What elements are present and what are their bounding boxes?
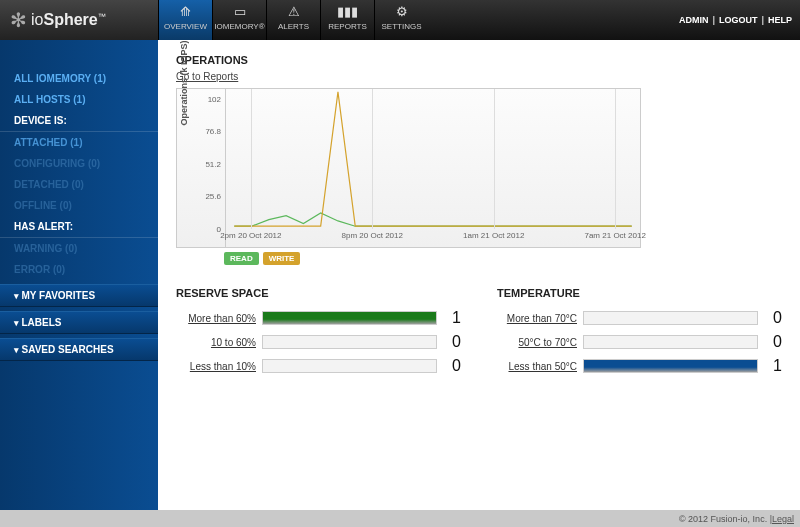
temperature-row: Less than 50°C1 (497, 355, 782, 377)
brand-text: ioSphere™ (31, 11, 106, 29)
xtick: 1am 21 Oct 2012 (463, 231, 524, 240)
chart-plot: 2pm 20 Oct 20128pm 20 Oct 20121am 21 Oct… (225, 89, 640, 247)
sidebar-all-hosts-1[interactable]: ALL HOSTS (1) (0, 89, 158, 110)
temperature-row: 50°C to 70°C0 (497, 331, 782, 353)
sidebar-device-is: DEVICE IS: (0, 110, 158, 132)
tab-reports[interactable]: ▮▮▮REPORTS (320, 0, 374, 40)
temperature-count: 0 (764, 309, 782, 327)
xtick: 7am 21 Oct 2012 (584, 231, 645, 240)
sidebar-error-0[interactable]: ERROR (0) (0, 259, 158, 280)
ytick: 25.6 (205, 192, 221, 201)
series-read (234, 213, 631, 226)
tab-alerts[interactable]: ⚠ALERTS (266, 0, 320, 40)
top-links: ADMIN|LOGOUT|HELP (679, 0, 800, 40)
tab-iomemory[interactable]: ▭IOMEMORY® (212, 0, 266, 40)
temperature-count: 1 (764, 357, 782, 375)
sidebar-all-iomemory-1[interactable]: ALL IOMEMORY (1) (0, 68, 158, 89)
sidebar-has-alert: HAS ALERT: (0, 216, 158, 238)
sidebar-warning-0[interactable]: WARNING (0) (0, 238, 158, 259)
sidebar-labels[interactable]: LABELS (0, 311, 158, 334)
reserve-label[interactable]: 10 to 60% (176, 337, 256, 348)
brand-glyph-icon: ✻ (10, 8, 27, 32)
sidebar-detached-0[interactable]: DETACHED (0) (0, 174, 158, 195)
footer-copyright: © 2012 Fusion-io, Inc. | (679, 514, 772, 524)
sidebar-attached-1[interactable]: ATTACHED (1) (0, 132, 158, 153)
alert-icon: ⚠ (288, 4, 300, 19)
bars-icon: ▮▮▮ (337, 4, 358, 19)
reserve-count: 1 (443, 309, 461, 327)
sidebar-my-favorites[interactable]: MY FAVORITES (0, 284, 158, 307)
chart-legend: READ WRITE (176, 252, 782, 265)
footer: © 2012 Fusion-io, Inc. | Legal (0, 510, 800, 527)
reserve-label[interactable]: Less than 10% (176, 361, 256, 372)
temperature-bar (583, 359, 758, 373)
main-content: OPERATIONS Go to Reports Operations (k I… (158, 40, 800, 510)
legend-read: READ (224, 252, 259, 265)
xtick: 8pm 20 Oct 2012 (342, 231, 403, 240)
sidebar: ALL IOMEMORY (1)ALL HOSTS (1)DEVICE IS:A… (0, 40, 158, 510)
reserve-bar (262, 335, 437, 349)
ytick: 51.2 (205, 160, 221, 169)
temperature-label[interactable]: 50°C to 70°C (497, 337, 577, 348)
reserve-row: More than 60%1 (176, 307, 461, 329)
reserve-bar (262, 359, 437, 373)
sidebar-offline-0[interactable]: OFFLINE (0) (0, 195, 158, 216)
ytick: 76.8 (205, 127, 221, 136)
temperature-title: TEMPERATURE (497, 287, 782, 299)
reserve-title: RESERVE SPACE (176, 287, 461, 299)
temperature-panel: TEMPERATURE More than 70°C050°C to 70°C0… (497, 287, 782, 379)
top-link-logout[interactable]: LOGOUT (719, 15, 758, 25)
reserve-count: 0 (443, 333, 461, 351)
reserve-row: 10 to 60%0 (176, 331, 461, 353)
footer-legal-link[interactable]: Legal (772, 514, 794, 524)
temperature-label[interactable]: Less than 50°C (497, 361, 577, 372)
temperature-bar (583, 311, 758, 325)
reserve-row: Less than 10%0 (176, 355, 461, 377)
temperature-label[interactable]: More than 70°C (497, 313, 577, 324)
operations-title: OPERATIONS (176, 54, 782, 66)
ytick: 102 (208, 95, 221, 104)
temperature-bar (583, 335, 758, 349)
chart-ylabel: Operations (k IOPS) (179, 40, 189, 125)
top-tabs: ⟰OVERVIEW▭IOMEMORY®⚠ALERTS▮▮▮REPORTS⚙SET… (158, 0, 428, 40)
sidebar-configuring-0[interactable]: CONFIGURING (0) (0, 153, 158, 174)
temperature-row: More than 70°C0 (497, 307, 782, 329)
reserve-bar (262, 311, 437, 325)
series-write (234, 92, 631, 226)
temperature-count: 0 (764, 333, 782, 351)
topbar: ✻ ioSphere™ ⟰OVERVIEW▭IOMEMORY®⚠ALERTS▮▮… (0, 0, 800, 40)
tab-settings[interactable]: ⚙SETTINGS (374, 0, 428, 40)
reserve-panel: RESERVE SPACE More than 60%110 to 60%0Le… (176, 287, 461, 379)
top-link-admin[interactable]: ADMIN (679, 15, 709, 25)
gear-icon: ⚙ (396, 4, 408, 19)
legend-write: WRITE (263, 252, 301, 265)
chart-yaxis: Operations (k IOPS) 025.651.276.8102 (177, 89, 225, 247)
reserve-label[interactable]: More than 60% (176, 313, 256, 324)
brand-logo[interactable]: ✻ ioSphere™ (0, 0, 158, 40)
top-link-help[interactable]: HELP (768, 15, 792, 25)
xtick: 2pm 20 Oct 2012 (220, 231, 281, 240)
tab-overview[interactable]: ⟰OVERVIEW (158, 0, 212, 40)
pulse-icon: ⟰ (180, 4, 191, 19)
operations-chart: Operations (k IOPS) 025.651.276.8102 2pm… (176, 88, 641, 248)
reserve-count: 0 (443, 357, 461, 375)
drive-icon: ▭ (234, 4, 246, 19)
sidebar-saved-searches[interactable]: SAVED SEARCHES (0, 338, 158, 361)
